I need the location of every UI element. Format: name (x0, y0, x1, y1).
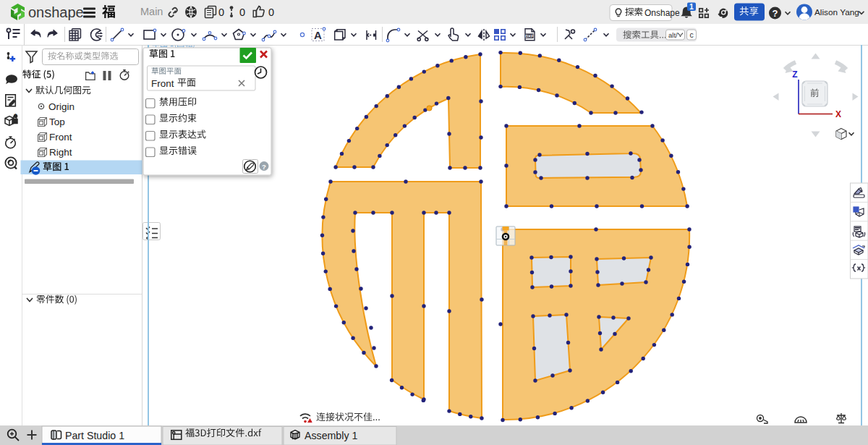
svg-text:1: 1 (689, 2, 694, 11)
svg-text:Front: Front (49, 132, 72, 143)
svg-text:X: X (835, 109, 841, 119)
svg-text:Main: Main (140, 6, 163, 17)
svg-text:?: ? (773, 8, 778, 19)
svg-text:Origin: Origin (48, 101, 75, 112)
svg-text:alt/: alt/ (668, 31, 678, 39)
svg-text:0: 0 (268, 7, 274, 18)
svg-text:Alison Yang: Alison Yang (814, 7, 859, 17)
svg-text:onshape: onshape (28, 4, 84, 20)
svg-text:Z: Z (792, 69, 797, 80)
svg-text:!: ! (312, 419, 313, 423)
svg-text:Front: Front (151, 78, 174, 89)
svg-text:DXF: DXF (525, 34, 534, 38)
svg-text:0: 0 (218, 7, 224, 18)
svg-text:?: ? (262, 163, 266, 171)
svg-text:Onshape: Onshape (644, 8, 680, 18)
svg-text:Assembly 1: Assembly 1 (305, 430, 357, 441)
svg-text:Part Studio 1: Part Studio 1 (65, 430, 124, 441)
svg-text:Right: Right (49, 147, 72, 158)
svg-text:Top: Top (49, 116, 65, 127)
svg-text:A: A (314, 29, 322, 41)
svg-text:0: 0 (239, 7, 245, 18)
svg-text:c: c (689, 30, 693, 39)
